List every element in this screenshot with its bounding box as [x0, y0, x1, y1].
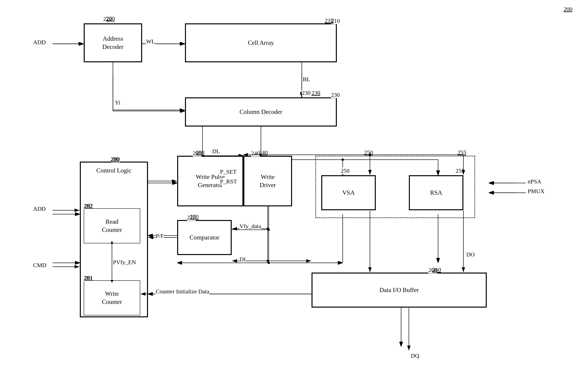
label-add-top2: ADD	[33, 39, 46, 46]
ref-250-label: 250	[364, 149, 373, 156]
rsa-label: RSA	[430, 189, 442, 197]
read-counter-block: Read Counter	[84, 208, 140, 243]
write-driver-block: Write Driver	[243, 156, 292, 206]
label-bl: BL	[303, 76, 310, 83]
data-io-buffer-block: Data I/O Buffer	[312, 272, 487, 308]
control-logic-label: Control Logic	[83, 165, 145, 177]
cell-array-block: Cell Array	[185, 23, 337, 62]
write-counter-label: Write Counter	[102, 290, 122, 306]
data-io-buffer-label: Data I/O Buffer	[379, 286, 419, 294]
diagram: 200	[0, 0, 588, 388]
ref-255-label: 255	[458, 149, 466, 156]
ref-282-label: 282	[84, 202, 93, 209]
ref-250: 250	[341, 168, 349, 174]
address-decoder-label: Address Decoder	[102, 35, 123, 51]
label-vfydata: Vfy_data	[240, 223, 261, 230]
label-npsa: nPSA	[528, 178, 541, 185]
label-pf: P/F	[156, 233, 164, 239]
ref-220-top: 220	[106, 15, 115, 22]
vsa-block: VSA	[321, 175, 376, 210]
label-add-bottom: ADD	[33, 205, 46, 212]
ref-280-label: 280	[111, 156, 119, 162]
label-do: DO	[466, 251, 475, 258]
ref-255: 255	[456, 168, 464, 174]
comparator-block: Comparator	[177, 220, 232, 255]
label-prst: P_RST	[220, 178, 237, 185]
ref-270-label: 270	[190, 213, 198, 220]
label-pvfy-en: PVfy_EN	[113, 259, 136, 266]
comparator-label: Comparator	[190, 233, 220, 242]
ref-210-top: 210	[325, 17, 334, 24]
ref-200: 200	[564, 6, 572, 12]
ref-230: 230	[331, 92, 340, 98]
write-driver-label: Write Driver	[260, 173, 276, 189]
label-dq: DQ	[411, 352, 419, 359]
rsa-block: RSA	[409, 175, 463, 210]
label-counter-init: Counter Initialize Data	[156, 288, 209, 295]
address-decoder-block: Address Decoder	[84, 23, 142, 62]
svg-point-18	[268, 229, 270, 231]
column-decoder-block: Column Decoder	[185, 97, 337, 126]
label-wl: WL	[146, 38, 155, 45]
label-di: DI	[240, 256, 246, 263]
cell-array-label: Cell Array	[248, 39, 274, 47]
read-counter-label: Read Counter	[102, 218, 122, 234]
write-counter-block: Write Counter	[84, 280, 140, 315]
svg-point-21	[268, 262, 270, 264]
label-pmux: PMUX	[528, 188, 545, 194]
ref-281-label: 281	[84, 274, 93, 281]
svg-point-56	[267, 228, 269, 230]
label-yi: Yi	[115, 99, 120, 106]
label-pset: P_SET	[220, 169, 237, 175]
ref-260-label: 260	[432, 266, 441, 273]
ref-240: 240	[251, 150, 260, 157]
label-dl: DL	[212, 148, 220, 155]
ref-230-label: 230	[312, 90, 320, 96]
svg-point-59	[267, 260, 269, 262]
label-cmd: CMD	[33, 262, 46, 268]
column-decoder-label: Column Decoder	[240, 108, 282, 116]
ref-290-label: 290	[196, 149, 204, 156]
vsa-label: VSA	[342, 189, 355, 197]
ref-240-label: 240	[259, 149, 268, 156]
ref-230-2: 230	[302, 90, 311, 96]
